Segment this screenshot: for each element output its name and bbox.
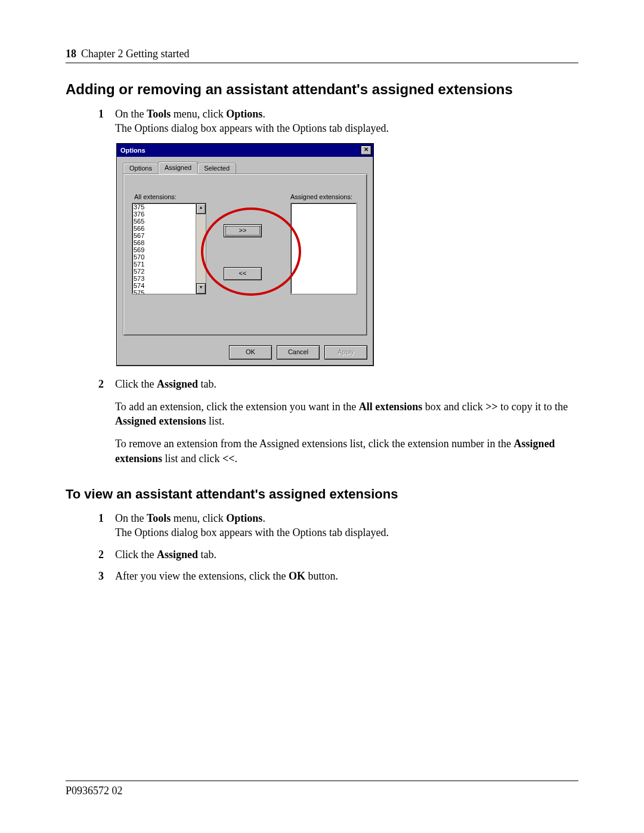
page-header: 18 Chapter 2 Getting started: [66, 48, 578, 60]
cancel-button[interactable]: Cancel: [277, 345, 320, 360]
annotation-circle: [201, 208, 301, 296]
procedure-1: 1 On the Tools menu, click Options. The …: [98, 107, 578, 136]
tab-selected[interactable]: Selected: [197, 163, 236, 174]
dialog-titlebar: Options ✕: [117, 144, 373, 157]
section-heading-2: To view an assistant attendant's assigne…: [66, 487, 578, 502]
text: list and click: [162, 453, 222, 465]
step-2: 2 Click the Assigned tab.: [98, 547, 578, 562]
options-dialog: Options ✕ Options Assigned Selected All …: [116, 143, 374, 366]
text: To add an extension, click the extension…: [115, 401, 359, 413]
list-item[interactable]: 376: [134, 210, 194, 218]
text: tab.: [198, 378, 216, 390]
add-button[interactable]: >>: [224, 224, 262, 237]
text: .: [262, 512, 265, 524]
menu-ref-tools: Tools: [147, 108, 171, 120]
step-3: 3 After you view the extensions, click t…: [98, 569, 578, 583]
list-item[interactable]: 573: [134, 275, 194, 282]
list-item[interactable]: 575: [134, 289, 194, 294]
step-1: 1 On the Tools menu, click Options. The …: [98, 511, 578, 540]
tab-options[interactable]: Options: [123, 163, 159, 174]
procedure-2: 1 On the Tools menu, click Options. The …: [98, 511, 578, 583]
apply-button[interactable]: Apply: [324, 345, 367, 360]
text: .: [262, 108, 265, 120]
page: 18 Chapter 2 Getting started Adding or r…: [0, 0, 644, 833]
text: list.: [206, 415, 225, 427]
list-item[interactable]: 567: [134, 232, 194, 239]
tabs-area: Options Assigned Selected All extensions…: [117, 157, 373, 342]
dialog-title: Options: [120, 147, 145, 154]
page-number: 18: [66, 48, 76, 60]
ok-button[interactable]: OK: [229, 345, 272, 360]
step-body: After you view the extensions, click the…: [115, 569, 338, 583]
menu-ref-options: Options: [226, 512, 262, 524]
document-id: P0936572 02: [66, 785, 578, 797]
list-ref-assigned-extensions: Assigned extensions: [115, 415, 206, 427]
step-body: Click the Assigned tab. To add an extens…: [115, 377, 578, 466]
text: menu, click: [171, 108, 226, 120]
step-number: 2: [98, 377, 115, 466]
listbox-items: 375 376 565 566 567 568 569 570 571 572 …: [132, 203, 196, 294]
text: menu, click: [171, 512, 226, 524]
all-extensions-listbox[interactable]: 375 376 565 566 567 568 569 570 571 572 …: [132, 203, 206, 295]
list-item[interactable]: 570: [134, 253, 194, 261]
step-number: 1: [98, 511, 115, 540]
text: tab.: [198, 549, 216, 561]
scroll-down-icon[interactable]: ▾: [196, 283, 206, 294]
section-heading-1: Adding or removing an assistant attendan…: [66, 81, 578, 98]
text: Click the: [115, 549, 157, 561]
menu-ref-options: Options: [226, 108, 262, 120]
text: The Options dialog box appears with the …: [115, 122, 389, 134]
list-item[interactable]: 571: [134, 261, 194, 268]
text: On the: [115, 512, 147, 524]
text: .: [235, 453, 238, 465]
dialog-screenshot: Options ✕ Options Assigned Selected All …: [116, 143, 578, 366]
text: To remove an extension from the Assigned…: [115, 438, 514, 450]
step-number: 3: [98, 569, 115, 583]
text: After you view the extensions, click the: [115, 570, 289, 582]
header-rule: [66, 63, 578, 63]
text: to copy it to the: [498, 401, 568, 413]
chapter-title: Chapter 2 Getting started: [81, 48, 189, 60]
box-ref-all-extensions: All extensions: [359, 401, 423, 413]
tab-ref-assigned: Assigned: [157, 549, 198, 561]
assigned-extensions-listbox[interactable]: [290, 203, 357, 295]
text: Click the: [115, 378, 157, 390]
tab-assigned[interactable]: Assigned: [158, 162, 198, 174]
tabstrip: Options Assigned Selected: [123, 162, 367, 174]
tab-ref-assigned: Assigned: [157, 378, 198, 390]
button-ref-ok: OK: [289, 570, 305, 582]
step-body: On the Tools menu, click Options. The Op…: [115, 511, 389, 540]
list-item[interactable]: 569: [134, 246, 194, 253]
step-1: 1 On the Tools menu, click Options. The …: [98, 107, 578, 136]
footer-rule: [66, 781, 578, 781]
step-number: 2: [98, 547, 115, 562]
scroll-up-icon[interactable]: ▴: [196, 203, 206, 214]
button-ref-remove: <<: [222, 453, 235, 465]
dialog-buttons: OK Cancel Apply: [117, 342, 373, 366]
scrollbar[interactable]: ▴ ▾: [196, 203, 206, 294]
text: button.: [305, 570, 338, 582]
text: On the: [115, 108, 147, 120]
close-icon[interactable]: ✕: [361, 145, 371, 155]
procedure-1-continued: 2 Click the Assigned tab. To add an exte…: [98, 377, 578, 466]
list-item[interactable]: 566: [134, 225, 194, 232]
menu-ref-tools: Tools: [147, 512, 171, 524]
button-ref-add: >>: [485, 401, 498, 413]
list-item[interactable]: 572: [134, 268, 194, 275]
step-body: On the Tools menu, click Options. The Op…: [115, 107, 389, 136]
remove-button[interactable]: <<: [224, 267, 262, 280]
list-item[interactable]: 565: [134, 218, 194, 225]
text: The Options dialog box appears with the …: [115, 527, 389, 538]
step-number: 1: [98, 107, 115, 136]
tab-panel-assigned: All extensions: Assigned extensions: 375…: [123, 174, 367, 336]
text: box and click: [422, 401, 485, 413]
step-2: 2 Click the Assigned tab. To add an exte…: [98, 377, 578, 466]
assigned-extensions-label: Assigned extensions:: [290, 193, 352, 200]
list-item[interactable]: 568: [134, 239, 194, 246]
list-item[interactable]: 574: [134, 282, 194, 289]
list-item[interactable]: 375: [134, 203, 194, 210]
all-extensions-label: All extensions:: [134, 193, 177, 200]
page-footer: P0936572 02: [66, 781, 578, 797]
step-body: Click the Assigned tab.: [115, 547, 216, 562]
